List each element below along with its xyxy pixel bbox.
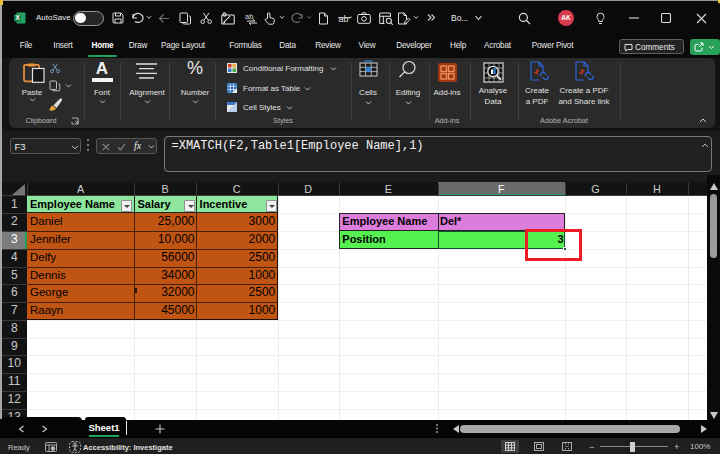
- svg-text:ab: ab: [339, 14, 349, 24]
- svg-text:ab: ab: [245, 12, 253, 21]
- svg-text:X: X: [15, 14, 20, 21]
